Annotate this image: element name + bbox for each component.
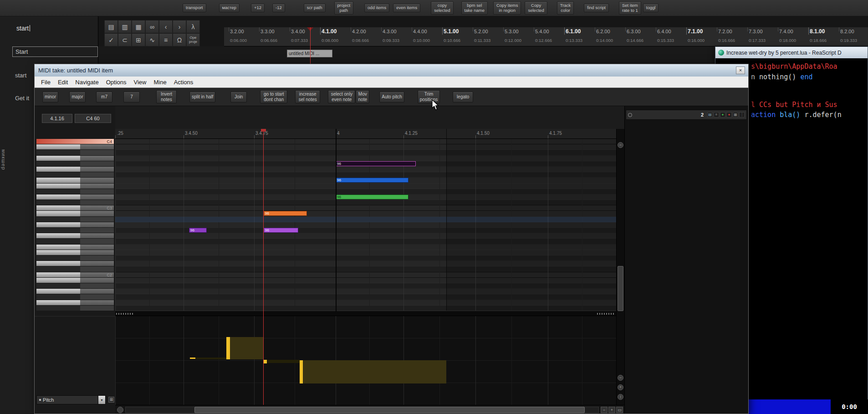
lane-divider[interactable] — [115, 311, 616, 316]
midi-toolbar-button[interactable]: Join — [230, 92, 247, 102]
hzoom-in-button[interactable]: + — [608, 407, 615, 413]
piano-key-f3[interactable] — [36, 178, 114, 183]
top-toolbar-button[interactable]: Set item rate to 1 — [619, 1, 641, 15]
menu-edit[interactable]: Edit — [54, 79, 71, 86]
midi-item[interactable]: untitled MIDI ... — [287, 50, 332, 57]
piano-key-a3[interactable] — [36, 156, 114, 161]
divider-grip-icon[interactable] — [597, 313, 615, 315]
piano-key-cs2[interactable] — [36, 266, 114, 271]
open-project-icon[interactable]: ▥ — [118, 20, 132, 33]
midi-toolbar-button[interactable]: go to start dont chan — [260, 90, 287, 103]
track-row[interactable]: 2 ▤≡●●▦⋮ — [626, 110, 747, 120]
cc-event-bar[interactable] — [226, 337, 230, 359]
redo-icon[interactable]: › — [173, 20, 186, 33]
search-input[interactable]: start — [16, 25, 30, 32]
midi-toolbar-button[interactable]: Mov note — [356, 90, 369, 103]
zoom-in-button[interactable]: + — [618, 384, 623, 390]
midi-ruler[interactable]: .253.4.503.4.7544.1.254.1.504.1.75 — [115, 129, 616, 139]
top-toolbar-button[interactable]: -12 — [272, 4, 285, 12]
top-toolbar-button[interactable]: Copy items in region — [493, 1, 521, 15]
zoom-fit-button[interactable]: ↕ — [618, 394, 623, 400]
top-toolbar-button[interactable]: even items — [393, 4, 420, 12]
vscroll-top-button[interactable]: − — [618, 142, 623, 148]
action-icon[interactable]: λ — [186, 20, 200, 33]
piano-key-a2[interactable] — [36, 222, 114, 227]
top-toolbar-button[interactable]: project path — [334, 1, 354, 15]
fx-icon[interactable]: ▦ — [733, 112, 738, 118]
midi-toolbar-button[interactable]: Invert notes — [156, 90, 177, 103]
hzoom-fit-button[interactable]: ▭ — [616, 407, 623, 413]
playhead[interactable] — [263, 129, 264, 405]
monitor-icon[interactable]: ● — [720, 112, 725, 118]
piano-key-gs1[interactable] — [36, 294, 114, 299]
piano-key-d2[interactable] — [36, 261, 114, 266]
menu-actions[interactable]: Actions — [170, 79, 197, 86]
piano-key-gs2[interactable] — [36, 228, 114, 233]
midi-note[interactable]: 96 — [264, 211, 307, 216]
new-project-icon[interactable]: ▤ — [104, 20, 118, 33]
list-icon[interactable]: ≡ — [714, 112, 719, 118]
ruler-icon[interactable]: ≡ — [159, 33, 173, 46]
midi-note[interactable]: 96 — [336, 194, 408, 199]
notation-icon[interactable]: ▤ — [707, 112, 713, 118]
top-toolbar-button[interactable]: transport — [183, 4, 206, 12]
divider-grip-icon[interactable] — [116, 313, 134, 315]
menu-options[interactable]: Options — [102, 79, 130, 86]
menu-view[interactable]: View — [130, 79, 150, 86]
piano-key-ds3[interactable] — [36, 189, 114, 194]
reascript-title-bar[interactable]: Increase wet-dry by 5 percent.lua - ReaS… — [715, 47, 868, 58]
piano-key-b2[interactable] — [36, 211, 114, 216]
midi-toolbar-button[interactable]: increase sel notes — [295, 90, 320, 103]
midi-title-bar[interactable]: MIDI take: untitled MIDI item — [35, 64, 748, 77]
midi-toolbar-button[interactable]: select only even note — [328, 90, 355, 103]
cc-event-tick[interactable] — [190, 358, 195, 359]
piano-key-as2[interactable] — [36, 217, 114, 222]
close-button[interactable]: × — [736, 66, 745, 74]
top-toolbar-button[interactable]: scr path — [304, 4, 326, 12]
piano-key-as3[interactable] — [36, 150, 114, 155]
hzoom-out-button[interactable]: − — [601, 407, 608, 413]
midi-vscroll[interactable]: − − + ↕ — [616, 129, 624, 405]
piano-key-d3[interactable] — [36, 194, 114, 199]
save-project-icon[interactable]: ▦ — [132, 20, 145, 33]
piano-key-g3[interactable] — [36, 167, 114, 172]
hscroll-left-button[interactable] — [117, 407, 123, 413]
edit-cursor[interactable] — [336, 129, 337, 312]
midi-toolbar-button[interactable]: split in half — [189, 92, 215, 102]
piano-keys[interactable]: C4C3C2 — [36, 139, 114, 312]
chevron-down-icon[interactable]: ▼ — [98, 396, 105, 404]
piano-key-g1[interactable] — [36, 300, 114, 305]
hscroll-handle[interactable] — [194, 407, 585, 413]
piano-key-c2[interactable]: C2 — [36, 272, 114, 277]
menu-navigate[interactable]: Navigate — [71, 79, 102, 86]
grid-icon[interactable]: ⊞ — [132, 33, 145, 46]
list-item[interactable]: Get it — [15, 95, 29, 102]
piano-key-g2[interactable] — [36, 233, 114, 238]
top-toolbar-button[interactable]: copy selected — [431, 1, 453, 15]
piano-key-a1[interactable] — [36, 289, 114, 294]
midi-toolbar-button[interactable]: m7 — [96, 92, 112, 102]
envelope-icon[interactable]: ∿ — [145, 33, 159, 46]
top-toolbar-button[interactable]: toggl — [643, 4, 659, 12]
grip-icon[interactable]: ⋮ — [739, 112, 745, 118]
midi-note[interactable]: 96 — [189, 228, 207, 233]
top-toolbar-button[interactable]: +12 — [251, 4, 265, 12]
piano-key-fs2[interactable] — [36, 239, 114, 244]
midi-note[interactable]: 96 — [264, 228, 298, 233]
open-project-button[interactable]: Ope proje — [186, 33, 200, 46]
record-arm-icon[interactable]: ● — [726, 112, 732, 118]
top-toolbar-button[interactable]: odd items — [364, 4, 389, 12]
vscroll-handle[interactable] — [618, 266, 623, 311]
piano-key-c3[interactable]: C3 — [36, 205, 114, 210]
midi-toolbar-button[interactable]: legato — [453, 92, 473, 102]
piano-key-f2[interactable] — [36, 245, 114, 250]
midi-toolbar-button[interactable]: 7 — [123, 92, 140, 102]
top-toolbar-button[interactable]: bpm sel take name — [461, 1, 488, 15]
piano-key-b1[interactable] — [36, 278, 114, 283]
cc-lane-selector[interactable]: Pitch ▼ — [36, 395, 106, 404]
magnet-icon[interactable]: Ω — [173, 33, 186, 46]
piano-key-as1[interactable] — [36, 283, 114, 288]
top-toolbar-button[interactable]: мастер — [219, 4, 240, 12]
piano-key-fs1[interactable] — [36, 306, 114, 311]
zoom-out-button[interactable]: − — [618, 375, 623, 381]
